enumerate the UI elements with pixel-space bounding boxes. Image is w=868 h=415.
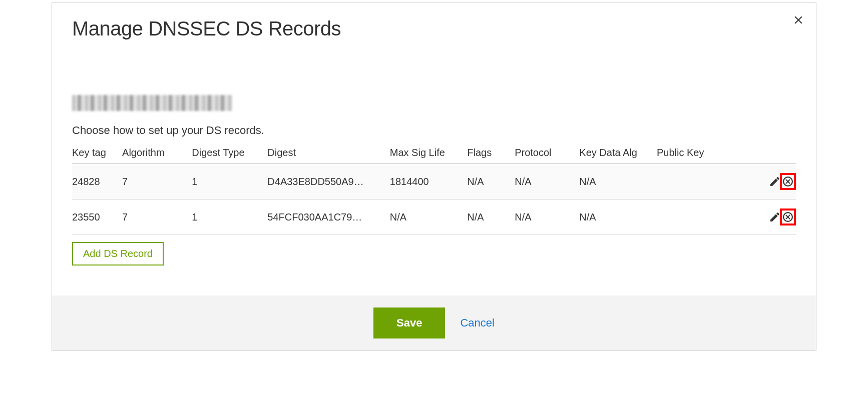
col-digest: Digest bbox=[267, 147, 389, 164]
delete-icon[interactable] bbox=[782, 176, 794, 188]
col-actions bbox=[760, 147, 796, 164]
col-public-key: Public Key bbox=[657, 147, 760, 164]
cell-key-data-alg: N/A bbox=[579, 200, 657, 235]
cell-key-tag: 23550 bbox=[72, 200, 122, 235]
col-key-tag: Key tag bbox=[72, 147, 122, 164]
col-max-sig-life: Max Sig Life bbox=[390, 147, 467, 164]
cell-digest-type: 1 bbox=[192, 164, 267, 200]
col-flags: Flags bbox=[467, 147, 515, 164]
cell-protocol: N/A bbox=[515, 200, 579, 235]
modal-inner: Manage DNSSEC DS Records Choose how to s… bbox=[52, 2, 816, 350]
col-digest-type: Digest Type bbox=[192, 147, 267, 164]
cell-algorithm: 7 bbox=[122, 200, 192, 235]
ds-records-table: Key tag Algorithm Digest Type Digest Max… bbox=[72, 147, 796, 235]
instruction-text: Choose how to set up your DS records. bbox=[72, 124, 796, 137]
cell-actions bbox=[760, 200, 796, 235]
edit-icon[interactable] bbox=[769, 211, 781, 223]
modal-footer: Save Cancel bbox=[52, 296, 816, 350]
cell-max-sig-life: N/A bbox=[390, 200, 467, 235]
col-key-data-alg: Key Data Alg bbox=[579, 147, 657, 164]
add-ds-record-button[interactable]: Add DS Record bbox=[72, 242, 164, 266]
delete-highlight bbox=[780, 173, 796, 190]
modal-title: Manage DNSSEC DS Records bbox=[72, 18, 796, 40]
cell-protocol: N/A bbox=[515, 164, 579, 200]
save-button[interactable]: Save bbox=[373, 308, 445, 338]
cell-key-tag: 24828 bbox=[72, 164, 122, 200]
modal-content: Manage DNSSEC DS Records Choose how to s… bbox=[52, 2, 816, 266]
table-row: 24828 7 1 D4A33E8DD550A9… 1814400 N/A N/… bbox=[72, 164, 796, 200]
edit-icon[interactable] bbox=[769, 176, 781, 188]
cell-flags: N/A bbox=[467, 200, 515, 235]
dnssec-ds-modal: Manage DNSSEC DS Records Choose how to s… bbox=[52, 2, 816, 351]
col-protocol: Protocol bbox=[515, 147, 579, 164]
cell-flags: N/A bbox=[467, 164, 515, 200]
cancel-link[interactable]: Cancel bbox=[460, 316, 494, 330]
table-row: 23550 7 1 54FCF030AA1C79… N/A N/A N/A N/… bbox=[72, 200, 796, 235]
cell-public-key bbox=[657, 164, 760, 200]
close-icon[interactable] bbox=[792, 14, 805, 28]
cell-digest: D4A33E8DD550A9… bbox=[267, 164, 389, 200]
delete-highlight bbox=[780, 208, 796, 226]
cell-key-data-alg: N/A bbox=[579, 164, 657, 200]
delete-icon[interactable] bbox=[782, 211, 794, 223]
cell-public-key bbox=[657, 200, 760, 235]
domain-name-redacted bbox=[72, 95, 232, 111]
col-algorithm: Algorithm bbox=[122, 147, 192, 164]
cell-algorithm: 7 bbox=[122, 164, 192, 200]
cell-actions bbox=[760, 164, 796, 200]
table-header-row: Key tag Algorithm Digest Type Digest Max… bbox=[72, 147, 796, 164]
cell-max-sig-life: 1814400 bbox=[390, 164, 467, 200]
cell-digest-type: 1 bbox=[192, 200, 267, 235]
cell-digest: 54FCF030AA1C79… bbox=[267, 200, 389, 235]
